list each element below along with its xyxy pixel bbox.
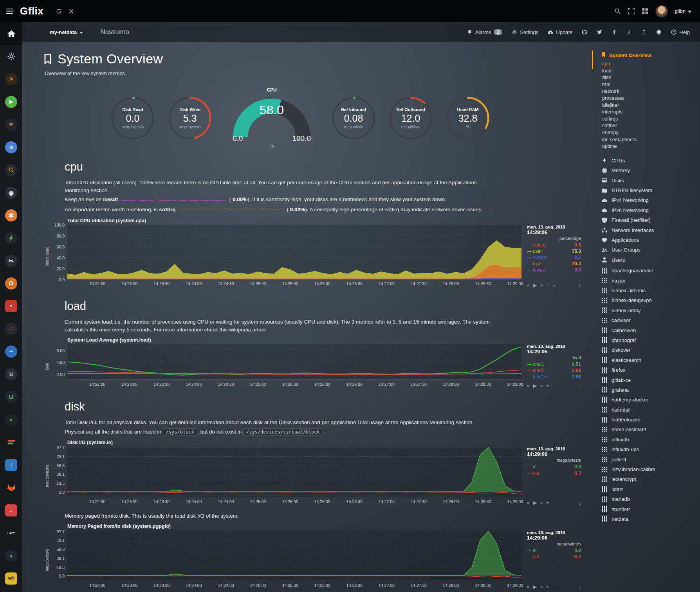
settings-button[interactable]: Settings xyxy=(512,29,538,35)
help-button[interactable]: ? Help xyxy=(671,29,690,35)
chart-plot[interactable] xyxy=(67,530,521,581)
gauge-disk-read[interactable]: Disk Read 0.0 megabytes/s xyxy=(110,95,156,141)
chart-zoom-in-button[interactable]: + xyxy=(547,584,549,590)
menu-item-gitlab-ce[interactable]: gitlab-ce xyxy=(601,375,697,385)
chart-resize-handle[interactable]: ↕ xyxy=(579,500,581,506)
menu-item-cpus[interactable]: CPUs xyxy=(601,156,697,166)
menu-item-letsencrypt[interactable]: letsencrypt xyxy=(601,474,697,484)
chart-system-pgpgio[interactable]: Memory Paged from/to disk (system.pgpgio… xyxy=(44,524,581,590)
sidebar-app-scissors-app[interactable]: ✂ xyxy=(0,249,22,272)
user-avatar[interactable] xyxy=(655,5,668,18)
menu-item-ipv4-networking[interactable]: IPv4 Networking xyxy=(601,195,697,205)
menu-item-user-groups[interactable]: User Groups xyxy=(601,245,697,255)
chart-pan-backward-button[interactable]: « xyxy=(527,584,530,590)
sidebar-app-sabnzbd[interactable]: sab xyxy=(0,567,22,590)
menu-item-applications[interactable]: Applications xyxy=(601,235,697,245)
legend-out[interactable]: —out-5.2 xyxy=(527,554,581,560)
legend-out[interactable]: —out-5.3 xyxy=(527,470,581,476)
sidebar-app-ubooquity[interactable]: u xyxy=(0,363,22,385)
menu-item-softnet[interactable]: softnet xyxy=(602,122,697,130)
sidebar-app-pinwheel-app[interactable]: ∗ xyxy=(0,204,22,227)
server-dropdown[interactable]: my-netdata xyxy=(50,29,83,35)
menu-item-memory[interactable]: Memory xyxy=(601,166,697,175)
menu-item-disks[interactable]: Disks xyxy=(601,176,697,185)
chart-resize-handle[interactable]: ↕ xyxy=(579,282,581,288)
legend-system[interactable]: —system2.3 xyxy=(527,254,581,261)
sidebar-app-shield-app[interactable]: ▼ xyxy=(0,295,22,317)
github-button[interactable] xyxy=(582,29,587,35)
menu-item-ram[interactable]: ram xyxy=(602,81,697,88)
legend-user[interactable]: —user35.3 xyxy=(527,248,581,254)
chart-zoom-in-button[interactable]: + xyxy=(547,383,549,389)
sidebar-app-downloader-app[interactable]: ↓ xyxy=(0,499,22,522)
sidebar-app-home[interactable] xyxy=(0,22,22,45)
import-snapshot-button[interactable] xyxy=(626,29,632,35)
legend-in[interactable]: —in0.0 xyxy=(527,464,581,470)
gauge-cpu[interactable]: CPU 58.0 0.0 100.0 % xyxy=(229,87,315,149)
legend-load5[interactable]: —load52.68 xyxy=(527,367,581,374)
search-icon[interactable] xyxy=(614,8,621,14)
menu-item-processes[interactable]: processes xyxy=(602,95,697,102)
sidebar-app-emby[interactable]: ▶ xyxy=(0,90,22,113)
menu-item-users[interactable]: Users xyxy=(601,255,697,265)
chart-play-button[interactable]: ▶ xyxy=(533,283,537,288)
menu-item-binhex-delugevpn[interactable]: binhex-delugevpn xyxy=(601,295,697,305)
sidebar-app-nextcloud[interactable]: ••• xyxy=(0,340,22,363)
user-menu[interactable]: gilbn xyxy=(675,8,691,14)
sidebar-app-cadvisor[interactable] xyxy=(0,227,22,249)
chart-zoom-out-button[interactable]: − xyxy=(553,283,556,288)
chart-plot[interactable] xyxy=(67,344,521,380)
chart-plot[interactable] xyxy=(67,225,521,279)
menu-item-monitorr[interactable]: monitorr xyxy=(601,504,697,514)
chart-pan-forward-button[interactable]: » xyxy=(540,283,543,288)
sidebar-app-lazylibrarian[interactable]: LAZY xyxy=(0,522,22,544)
wikipedia-link[interactable]: this wikipedia article xyxy=(219,327,266,333)
chart-plot[interactable] xyxy=(67,446,521,497)
chart-zoom-out-button[interactable]: − xyxy=(553,383,556,389)
menu-item-uptime[interactable]: uptime xyxy=(602,143,697,150)
menu-item-btrfs-filesystem[interactable]: BTRFS filesystem xyxy=(601,185,697,195)
chart-play-button[interactable]: ▶ xyxy=(533,500,537,506)
menu-item-home-assistant[interactable]: home-assistant xyxy=(601,425,697,434)
menu-item-ipc-semaphores[interactable]: ipc semaphores xyxy=(602,137,697,144)
menu-item-disk[interactable]: disk xyxy=(602,74,697,81)
gauge-used-ram[interactable]: Used RAM 32.8 % xyxy=(445,95,491,141)
menu-item-heimdall[interactable]: heimdall xyxy=(601,405,697,414)
menu-item-ipv6-networking[interactable]: IPv6 Networking xyxy=(601,205,697,215)
print-button[interactable] xyxy=(656,29,662,35)
sidebar-app-gitlab[interactable] xyxy=(0,476,22,499)
chart-play-button[interactable]: ▶ xyxy=(533,584,537,590)
menu-item-hddtemp-docker[interactable]: hddtemp-docker xyxy=(601,395,697,405)
gauge-net-outbound[interactable]: Net Outbound 12.0 megabits/s xyxy=(388,95,434,141)
chart-pan-backward-button[interactable]: « xyxy=(527,283,530,288)
fullscreen-icon[interactable] xyxy=(628,8,635,14)
chart-play-button[interactable]: ▶ xyxy=(533,383,537,389)
sidebar-app-tautulli[interactable]: ◉ xyxy=(0,181,22,204)
menu-item-network-interfaces[interactable]: Network Interfaces xyxy=(601,225,697,235)
menu-item-influxdb[interactable]: influxdb xyxy=(601,435,697,444)
menu-item-entropy[interactable]: entropy xyxy=(602,130,697,137)
hamburger-menu-icon[interactable] xyxy=(6,8,13,14)
sidebar-app-settings[interactable] xyxy=(0,45,22,68)
chart-zoom-in-button[interactable]: + xyxy=(547,500,549,506)
sidebar-app-drop-app[interactable]: ♦ xyxy=(0,544,22,567)
sidebar-app-green-dot-app[interactable]: ● xyxy=(0,408,22,431)
menu-item-netdata[interactable]: netdata xyxy=(601,514,697,524)
menu-item-grafana[interactable]: grafana xyxy=(601,385,697,395)
chart-system-io[interactable]: Disk I/O (system.io) megabytes/s 97.778.… xyxy=(44,440,581,506)
facebook-button[interactable] xyxy=(612,29,617,35)
chart-pan-forward-button[interactable]: » xyxy=(540,383,543,389)
apps-grid-icon[interactable] xyxy=(642,8,648,14)
chart-pan-forward-button[interactable]: » xyxy=(540,584,543,590)
menu-item-influxdb-ups[interactable]: influxdb-ups xyxy=(601,444,697,454)
gauge-net-inbound[interactable]: Net Inbound 0.08 megabits/s xyxy=(330,95,377,141)
sidebar-app-plex[interactable]: > xyxy=(0,68,22,90)
menu-item-calibreweb[interactable]: calibreweb xyxy=(601,325,697,335)
twitter-button[interactable] xyxy=(597,29,602,35)
sidebar-app-uploader-app[interactable]: ↑ xyxy=(0,453,22,476)
menu-item-network[interactable]: network xyxy=(602,88,697,95)
legend-iowait[interactable]: —iowait0.0 xyxy=(527,267,581,273)
menu-item-cpu[interactable]: cpu xyxy=(602,61,697,68)
refresh-tab-icon[interactable] xyxy=(56,9,61,14)
menu-item-chronograf[interactable]: chronograf xyxy=(601,335,697,345)
